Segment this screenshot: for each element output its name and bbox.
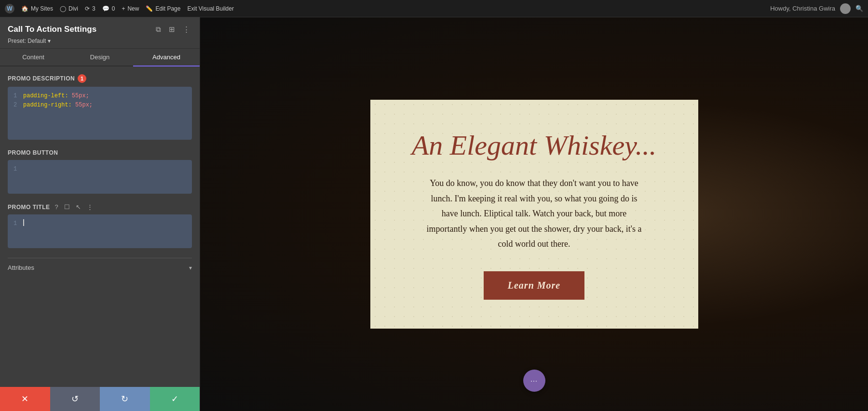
cta-learn-more-button[interactable]: Learn More	[484, 271, 584, 300]
redo-button[interactable]: ↻	[100, 387, 150, 411]
edit-page-label: Edit Page	[155, 5, 180, 12]
cta-card: An Elegant Whiskey... You do know, you d…	[370, 100, 698, 328]
attributes-header[interactable]: Attributes ▾	[8, 258, 192, 277]
wordpress-icon[interactable]: W	[5, 4, 14, 13]
tab-content[interactable]: Content	[0, 49, 67, 66]
preset-row[interactable]: Preset: Default ▾	[8, 38, 192, 44]
undo-icon: ↺	[71, 394, 79, 404]
cta-title: An Elegant Whiskey...	[404, 129, 665, 162]
code-val-2: 55px;	[72, 102, 93, 108]
my-sites-label: My Sites	[31, 5, 53, 12]
popout-icon[interactable]: ⧉	[154, 24, 163, 35]
main-layout: Call To Action Settings ⧉ ⊞ ⋮ Preset: De…	[0, 17, 868, 411]
sites-icon: 🏠	[21, 5, 28, 12]
redo-icon: ↻	[121, 394, 128, 404]
cancel-button[interactable]: ✕	[0, 387, 50, 411]
preset-label: Preset: Default	[8, 38, 46, 44]
promo-title-more-icon[interactable]: ⋮	[86, 203, 94, 211]
code-line-btn: 1	[14, 165, 186, 174]
attributes-section: Attributes ▾	[8, 258, 192, 277]
promo-description-label: Promo Description 1	[8, 74, 192, 83]
cursor-icon[interactable]: ↖	[75, 203, 82, 211]
exit-builder-item[interactable]: Exit Visual Builder	[187, 5, 234, 12]
preset-chevron-icon: ▾	[48, 38, 51, 44]
divi-item[interactable]: ◯ Divi	[60, 5, 78, 12]
my-sites-item[interactable]: 🏠 My Sites	[21, 5, 53, 12]
cta-body: You do know, you do know that they don't…	[423, 176, 645, 252]
save-button[interactable]: ✓	[150, 387, 200, 411]
promo-description-editor[interactable]: 1 padding-left: 55px; 2 padding-right: 5…	[8, 87, 192, 140]
promo-button-editor[interactable]: 1	[8, 160, 192, 194]
device-icon[interactable]: ☐	[63, 203, 71, 211]
admin-bar: W 🏠 My Sites ◯ Divi ⟳ 3 💬 0 + New ✏️ Edi…	[0, 0, 868, 17]
comments-count: 3	[92, 5, 95, 12]
tab-advanced[interactable]: Advanced	[133, 49, 200, 66]
tab-design[interactable]: Design	[67, 49, 133, 66]
admin-bar-left: W 🏠 My Sites ◯ Divi ⟳ 3 💬 0 + New ✏️ Edi…	[5, 4, 762, 13]
replies-item[interactable]: 💬 0	[102, 5, 115, 12]
replies-count: 0	[112, 5, 115, 12]
panel-title-row: Call To Action Settings ⧉ ⊞ ⋮	[8, 24, 192, 35]
divi-icon: ◯	[60, 5, 66, 12]
save-icon: ✓	[171, 394, 178, 404]
new-item[interactable]: + New	[122, 5, 139, 12]
code-line-title: 1	[14, 219, 186, 228]
promo-title-editor[interactable]: 1	[8, 214, 192, 248]
user-label: Howdy, Christina Gwira	[770, 5, 835, 12]
admin-bar-right: Howdy, Christina Gwira 🔍	[770, 3, 863, 14]
user-avatar	[840, 3, 851, 14]
preview-area: An Elegant Whiskey... You do know, you d…	[200, 17, 868, 411]
code-line-2: 2 padding-right: 55px;	[14, 101, 186, 110]
edit-page-item[interactable]: ✏️ Edit Page	[146, 5, 180, 12]
settings-panel: Call To Action Settings ⧉ ⊞ ⋮ Preset: De…	[0, 17, 200, 411]
editor-cursor	[23, 219, 24, 226]
fab-button[interactable]: ···	[523, 370, 545, 392]
search-icon[interactable]: 🔍	[855, 5, 863, 12]
promo-title-label: Promo Title	[8, 204, 50, 211]
panel-header-icons: ⧉ ⊞ ⋮	[154, 24, 192, 35]
promo-title-label-row: Promo Title ? ☐ ↖ ⋮	[8, 203, 192, 211]
plus-icon: +	[122, 5, 125, 12]
layout-icon[interactable]: ⊞	[167, 24, 177, 35]
promo-description-badge: 1	[78, 74, 86, 83]
code-line-1: 1 padding-left: 55px;	[14, 92, 186, 101]
panel-title: Call To Action Settings	[8, 25, 96, 34]
exit-builder-label: Exit Visual Builder	[187, 5, 234, 12]
panel-header: Call To Action Settings ⧉ ⊞ ⋮ Preset: De…	[0, 17, 200, 49]
help-icon[interactable]: ?	[54, 203, 59, 211]
comments-item[interactable]: ⟳ 3	[85, 5, 95, 12]
new-label: New	[127, 5, 139, 12]
code-key-2: padding-right:	[23, 102, 72, 108]
attributes-label: Attributes	[8, 264, 34, 271]
cancel-icon: ✕	[21, 394, 28, 404]
code-val-1: 55px;	[68, 93, 89, 99]
panel-tabs: Content Design Advanced	[0, 49, 200, 66]
panel-body: Promo Description 1 1 padding-left: 55px…	[0, 66, 200, 387]
pencil-icon: ✏️	[146, 5, 153, 12]
attributes-chevron-icon: ▾	[189, 265, 192, 271]
bottom-action-bar: ✕ ↺ ↻ ✓	[0, 387, 200, 411]
promo-button-label: Promo Button	[8, 149, 192, 156]
fab-icon: ···	[530, 377, 538, 384]
divi-label: Divi	[68, 5, 78, 12]
comment-icon: 💬	[102, 5, 109, 12]
undo-button[interactable]: ↺	[50, 387, 100, 411]
code-key-1: padding-left:	[23, 93, 68, 99]
sync-icon: ⟳	[85, 5, 90, 12]
more-options-icon[interactable]: ⋮	[181, 24, 192, 35]
